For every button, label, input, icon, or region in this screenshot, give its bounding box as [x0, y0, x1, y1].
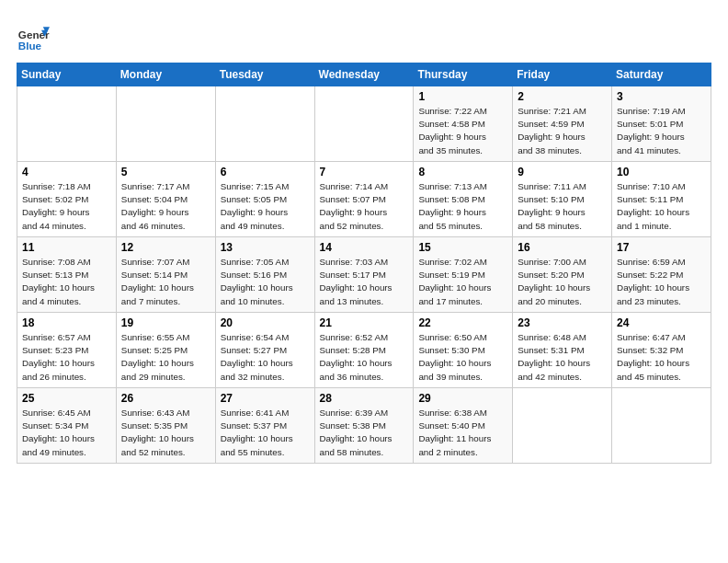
calendar-day: 3Sunrise: 7:19 AM Sunset: 5:01 PM Daylig… — [612, 86, 711, 162]
day-number: 15 — [418, 241, 507, 254]
calendar-day: 14Sunrise: 7:03 AM Sunset: 5:17 PM Dayli… — [314, 237, 414, 313]
day-number: 24 — [617, 316, 706, 329]
logo: General Blue — [17, 20, 51, 53]
calendar-day: 8Sunrise: 7:13 AM Sunset: 5:08 PM Daylig… — [414, 162, 513, 237]
calendar-day: 26Sunrise: 6:43 AM Sunset: 5:35 PM Dayli… — [116, 388, 215, 464]
day-number: 9 — [518, 166, 607, 178]
calendar-day: 27Sunrise: 6:41 AM Sunset: 5:37 PM Dayli… — [215, 388, 314, 464]
calendar-day: 12Sunrise: 7:07 AM Sunset: 5:14 PM Dayli… — [116, 237, 215, 313]
day-number: 13 — [221, 241, 310, 254]
weekday-header: Friday — [513, 63, 612, 86]
weekday-header: Tuesday — [215, 63, 314, 86]
day-info: Sunrise: 7:00 AM Sunset: 5:20 PM Dayligh… — [518, 256, 607, 308]
day-info: Sunrise: 6:57 AM Sunset: 5:23 PM Dayligh… — [22, 331, 111, 384]
calendar-day: 15Sunrise: 7:02 AM Sunset: 5:19 PM Dayli… — [414, 237, 513, 313]
day-info: Sunrise: 7:19 AM Sunset: 5:01 PM Dayligh… — [617, 105, 706, 157]
day-info: Sunrise: 6:52 AM Sunset: 5:28 PM Dayligh… — [320, 331, 409, 384]
day-number: 16 — [518, 241, 607, 254]
day-number: 14 — [320, 241, 409, 254]
calendar-week: 11Sunrise: 7:08 AM Sunset: 5:13 PM Dayli… — [17, 237, 711, 313]
calendar-table: SundayMondayTuesdayWednesdayThursdayFrid… — [17, 63, 711, 464]
day-number: 17 — [617, 241, 706, 254]
logo-icon: General Blue — [17, 20, 50, 53]
day-number: 7 — [320, 166, 409, 178]
day-number: 10 — [617, 166, 706, 178]
day-number: 29 — [418, 392, 507, 405]
day-number: 6 — [221, 166, 310, 178]
day-number: 5 — [121, 166, 210, 178]
day-info: Sunrise: 7:03 AM Sunset: 5:17 PM Dayligh… — [320, 256, 409, 308]
weekday-header: Thursday — [414, 63, 513, 86]
day-info: Sunrise: 6:55 AM Sunset: 5:25 PM Dayligh… — [121, 331, 210, 384]
calendar-day: 20Sunrise: 6:54 AM Sunset: 5:27 PM Dayli… — [215, 313, 314, 388]
day-info: Sunrise: 7:13 AM Sunset: 5:08 PM Dayligh… — [418, 180, 507, 233]
calendar-day: 18Sunrise: 6:57 AM Sunset: 5:23 PM Dayli… — [17, 313, 117, 388]
day-info: Sunrise: 7:05 AM Sunset: 5:16 PM Dayligh… — [221, 256, 310, 308]
day-number: 3 — [617, 90, 706, 103]
day-info: Sunrise: 7:15 AM Sunset: 5:05 PM Dayligh… — [221, 180, 310, 233]
day-info: Sunrise: 7:07 AM Sunset: 5:14 PM Dayligh… — [121, 256, 210, 308]
calendar-day: 4Sunrise: 7:18 AM Sunset: 5:02 PM Daylig… — [17, 162, 117, 237]
calendar-day: 17Sunrise: 6:59 AM Sunset: 5:22 PM Dayli… — [612, 237, 711, 313]
day-number: 2 — [518, 90, 607, 103]
calendar-day: 19Sunrise: 6:55 AM Sunset: 5:25 PM Dayli… — [116, 313, 215, 388]
calendar-day: 5Sunrise: 7:17 AM Sunset: 5:04 PM Daylig… — [116, 162, 215, 237]
calendar-day: 1Sunrise: 7:22 AM Sunset: 4:58 PM Daylig… — [414, 86, 513, 162]
day-number: 18 — [22, 316, 111, 329]
calendar-header: SundayMondayTuesdayWednesdayThursdayFrid… — [17, 63, 711, 86]
calendar-day: 6Sunrise: 7:15 AM Sunset: 5:05 PM Daylig… — [215, 162, 314, 237]
calendar-week: 18Sunrise: 6:57 AM Sunset: 5:23 PM Dayli… — [17, 313, 711, 388]
calendar-week: 25Sunrise: 6:45 AM Sunset: 5:34 PM Dayli… — [17, 388, 711, 464]
calendar-day — [612, 388, 711, 464]
day-number: 19 — [121, 316, 210, 329]
day-number: 11 — [22, 241, 111, 254]
calendar-day: 21Sunrise: 6:52 AM Sunset: 5:28 PM Dayli… — [314, 313, 414, 388]
calendar-day — [215, 86, 314, 162]
day-info: Sunrise: 6:50 AM Sunset: 5:30 PM Dayligh… — [418, 331, 507, 384]
calendar-day — [513, 388, 612, 464]
calendar-day: 16Sunrise: 7:00 AM Sunset: 5:20 PM Dayli… — [513, 237, 612, 313]
day-info: Sunrise: 6:43 AM Sunset: 5:35 PM Dayligh… — [121, 407, 210, 459]
day-info: Sunrise: 7:18 AM Sunset: 5:02 PM Dayligh… — [22, 180, 111, 233]
svg-text:Blue: Blue — [18, 40, 42, 52]
calendar-day: 28Sunrise: 6:39 AM Sunset: 5:38 PM Dayli… — [314, 388, 414, 464]
day-number: 1 — [418, 90, 507, 103]
calendar-day: 22Sunrise: 6:50 AM Sunset: 5:30 PM Dayli… — [414, 313, 513, 388]
day-info: Sunrise: 7:02 AM Sunset: 5:19 PM Dayligh… — [418, 256, 507, 308]
day-info: Sunrise: 6:39 AM Sunset: 5:38 PM Dayligh… — [320, 407, 409, 459]
header: General Blue — [17, 17, 711, 53]
weekday-header: Saturday — [612, 63, 711, 86]
day-number: 4 — [22, 166, 111, 178]
day-info: Sunrise: 6:41 AM Sunset: 5:37 PM Dayligh… — [221, 407, 310, 459]
calendar-body: 1Sunrise: 7:22 AM Sunset: 4:58 PM Daylig… — [17, 86, 711, 464]
calendar-week: 4Sunrise: 7:18 AM Sunset: 5:02 PM Daylig… — [17, 162, 711, 237]
calendar-day: 7Sunrise: 7:14 AM Sunset: 5:07 PM Daylig… — [314, 162, 414, 237]
day-info: Sunrise: 6:45 AM Sunset: 5:34 PM Dayligh… — [22, 407, 111, 459]
calendar-day: 13Sunrise: 7:05 AM Sunset: 5:16 PM Dayli… — [215, 237, 314, 313]
day-info: Sunrise: 6:54 AM Sunset: 5:27 PM Dayligh… — [221, 331, 310, 384]
calendar-day — [17, 86, 117, 162]
calendar-day: 24Sunrise: 6:47 AM Sunset: 5:32 PM Dayli… — [612, 313, 711, 388]
day-info: Sunrise: 6:38 AM Sunset: 5:40 PM Dayligh… — [418, 407, 507, 459]
day-number: 12 — [121, 241, 210, 254]
day-number: 26 — [121, 392, 210, 405]
page: General Blue SundayMondayTuesdayWednesda… — [0, 0, 728, 473]
day-number: 27 — [221, 392, 310, 405]
weekday-header: Sunday — [17, 63, 117, 86]
day-info: Sunrise: 6:47 AM Sunset: 5:32 PM Dayligh… — [617, 331, 706, 384]
day-info: Sunrise: 6:48 AM Sunset: 5:31 PM Dayligh… — [518, 331, 607, 384]
weekday-header: Wednesday — [314, 63, 414, 86]
day-info: Sunrise: 7:14 AM Sunset: 5:07 PM Dayligh… — [320, 180, 409, 233]
day-info: Sunrise: 7:21 AM Sunset: 4:59 PM Dayligh… — [518, 105, 607, 157]
calendar-week: 1Sunrise: 7:22 AM Sunset: 4:58 PM Daylig… — [17, 86, 711, 162]
calendar-day: 29Sunrise: 6:38 AM Sunset: 5:40 PM Dayli… — [414, 388, 513, 464]
day-info: Sunrise: 7:22 AM Sunset: 4:58 PM Dayligh… — [418, 105, 507, 157]
day-number: 25 — [22, 392, 111, 405]
day-number: 22 — [418, 316, 507, 329]
calendar-day — [314, 86, 414, 162]
calendar-day: 25Sunrise: 6:45 AM Sunset: 5:34 PM Dayli… — [17, 388, 117, 464]
calendar-day: 23Sunrise: 6:48 AM Sunset: 5:31 PM Dayli… — [513, 313, 612, 388]
day-info: Sunrise: 7:17 AM Sunset: 5:04 PM Dayligh… — [121, 180, 210, 233]
day-number: 28 — [320, 392, 409, 405]
weekday-header: Monday — [116, 63, 215, 86]
